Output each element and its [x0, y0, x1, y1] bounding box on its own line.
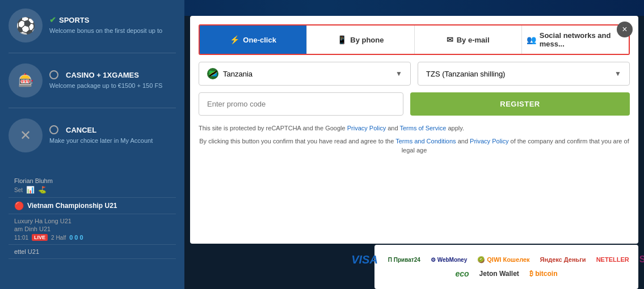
- webmoney-logo: ⚙ WebMoney: [431, 257, 467, 263]
- sports-text-block: ✔ SPORTS Welcome bonus on the first depo…: [49, 15, 176, 35]
- casino-radio[interactable]: [49, 70, 58, 79]
- team1-row: Luxury Ha Long U21: [14, 218, 170, 224]
- sports-icon-circle: ⚽: [9, 8, 43, 42]
- casino-icon-circle: 🎰: [9, 63, 43, 97]
- player-name: Florian Bluhm: [14, 177, 170, 184]
- modal-backdrop: × ⚡ One-click 📱 By phone ✉ By e-mail 👥 S…: [184, 0, 644, 289]
- sidebar: ⚽ ✔ SPORTS Welcome bonus on the first de…: [0, 0, 184, 289]
- terms-of-service-link[interactable]: Terms of Service: [399, 125, 446, 131]
- cancel-radio[interactable]: [49, 125, 58, 134]
- currency-value: TZS (Tanzanian shilling): [426, 70, 505, 78]
- slots-icon: 🎰: [18, 73, 33, 88]
- payment-row-1: VISA П Приват24 ⚙ WebMoney 🥝 QIWI Кошеле…: [351, 253, 644, 266]
- tab-one-click[interactable]: ⚡ One-click: [200, 26, 307, 54]
- registration-form: 🇹🇿 Tanzania ▼ TZS (Tanzanian shilling) ▼: [190, 62, 638, 155]
- flag-emoji: 🇹🇿: [209, 70, 217, 78]
- cancel-icon-circle: ✕: [9, 118, 43, 152]
- currency-chevron-icon: ▼: [614, 70, 621, 78]
- neteller-logo: NETELLER: [596, 256, 629, 263]
- cancel-text-block: CANCEL Make your choice later in My Acco…: [49, 125, 176, 145]
- player-icons-row: Set 📊 ⛳: [14, 186, 170, 194]
- scores: 0 0 0: [69, 234, 83, 241]
- set-label: Set: [14, 187, 23, 193]
- score-row-1: Luxury Ha Long U21 am Dinh U21 11:01 LIV…: [9, 214, 176, 245]
- casino-title: CASINO + 1XGAMES: [49, 70, 176, 79]
- country-select-left: 🇹🇿 Tanzania: [207, 68, 252, 79]
- country-value: Tanzania: [223, 70, 252, 78]
- legal-text-2: By clicking this button you confirm that…: [199, 137, 630, 155]
- close-button[interactable]: ×: [617, 22, 633, 37]
- casino-text-block: CASINO + 1XGAMES Welcome package up to €…: [49, 70, 176, 90]
- match-time: 11:01: [14, 235, 28, 241]
- team2-row: am Dinh U21: [14, 226, 170, 232]
- team1-name: Luxury Ha Long U21: [14, 218, 71, 224]
- country-chevron-icon: ▼: [395, 70, 402, 78]
- tab-by-phone[interactable]: 📱 By phone: [307, 26, 414, 54]
- sports-title: ✔ SPORTS: [49, 15, 176, 24]
- tab-one-click-label: One-click: [243, 36, 276, 44]
- register-label: REGISTER: [500, 100, 540, 108]
- registration-modal: × ⚡ One-click 📱 By phone ✉ By e-mail 👥 S…: [190, 16, 638, 244]
- casino-desc: Welcome package up to €1500 + 150 FS: [49, 82, 176, 90]
- qiwi-logo: 🥝 QIWI Кошелек: [477, 256, 529, 264]
- half-label: 2 Half: [51, 235, 66, 241]
- skrill-logo: Skrill: [639, 254, 644, 265]
- cancel-item[interactable]: ✕ CANCEL Make your choice later in My Ac…: [9, 118, 176, 163]
- soccer-ball-icon: ⚽: [16, 16, 36, 35]
- score-info-row: 11:01 LIVE 2 Half 0 0 0: [14, 234, 170, 241]
- player-row: Florian Bluhm Set 📊 ⛳: [9, 174, 176, 198]
- privacy-policy-link-2[interactable]: Privacy Policy: [470, 138, 508, 144]
- register-button[interactable]: REGISTER: [410, 92, 630, 116]
- currency-select-left: TZS (Tanzanian shilling): [426, 70, 505, 78]
- promo-register-row: REGISTER: [199, 92, 630, 116]
- cancel-x-icon: ✕: [20, 128, 31, 143]
- match2-row: ettel U21: [9, 245, 176, 259]
- privacy-policy-link-1[interactable]: Privacy Policy: [347, 125, 386, 131]
- visa-logo: VISA: [351, 253, 378, 266]
- payment-footer: VISA П Приват24 ⚙ WebMoney 🥝 QIWI Кошеле…: [374, 245, 638, 289]
- tab-by-email[interactable]: ✉ By e-mail: [415, 26, 522, 54]
- select-row: 🇹🇿 Tanzania ▼ TZS (Tanzanian shilling) ▼: [199, 62, 630, 86]
- privat24-logo: П Приват24: [388, 257, 420, 263]
- registration-tabs: ⚡ One-click 📱 By phone ✉ By e-mail 👥 Soc…: [199, 24, 630, 55]
- jeton-logo: Jeton Wallet: [479, 270, 519, 278]
- casino-bonus-item[interactable]: 🎰 CASINO + 1XGAMES Welcome package up to…: [9, 63, 176, 108]
- phone-icon: 📱: [337, 35, 347, 44]
- close-icon: ×: [622, 24, 627, 35]
- sports-bonus-item[interactable]: ⚽ ✔ SPORTS Welcome bonus on the first de…: [9, 8, 176, 53]
- match2-team1: ettel U21: [14, 248, 39, 255]
- flag-icon: ⛳: [38, 186, 47, 194]
- sports-desc: Welcome bonus on the first deposit up to: [49, 27, 176, 35]
- tab-social-label: Social networks and mess...: [540, 31, 624, 48]
- cancel-title: CANCEL: [49, 125, 176, 134]
- terms-conditions-link[interactable]: Terms and Conditions: [395, 138, 456, 144]
- social-icon: 👥: [527, 35, 536, 44]
- cancel-desc: Make your choice later in My Account: [49, 137, 176, 145]
- live-badge: LIVE: [32, 234, 48, 241]
- yandex-logo: Яндекс Деньги: [540, 256, 586, 263]
- tab-social[interactable]: 👥 Social networks and mess...: [522, 26, 629, 54]
- eco-logo: eco: [455, 269, 469, 278]
- tab-by-phone-label: By phone: [350, 36, 384, 44]
- country-select[interactable]: 🇹🇿 Tanzania ▼: [199, 62, 411, 86]
- payment-row-2: eco Jeton Wallet ₿ bitcoin: [455, 269, 557, 278]
- bitcoin-logo: ₿ bitcoin: [529, 270, 558, 278]
- tab-by-email-label: By e-mail: [457, 36, 490, 44]
- match-title-row: 🔴 Vietnam Championship U21: [9, 198, 176, 214]
- match-flag-icon: 🔴: [14, 201, 24, 210]
- bar-chart-icon: 📊: [26, 186, 35, 194]
- team2-name: am Dinh U21: [14, 226, 50, 232]
- country-flag: 🇹🇿: [207, 68, 218, 79]
- match-title: Vietnam Championship U21: [27, 202, 117, 210]
- legal-text-1: This site is protected by reCAPTCHA and …: [199, 124, 630, 133]
- check-icon: ✔: [49, 15, 56, 24]
- promo-input[interactable]: [199, 92, 403, 116]
- lightning-icon: ⚡: [230, 35, 239, 44]
- currency-select[interactable]: TZS (Tanzanian shilling) ▼: [418, 62, 630, 86]
- email-icon: ✉: [447, 35, 453, 44]
